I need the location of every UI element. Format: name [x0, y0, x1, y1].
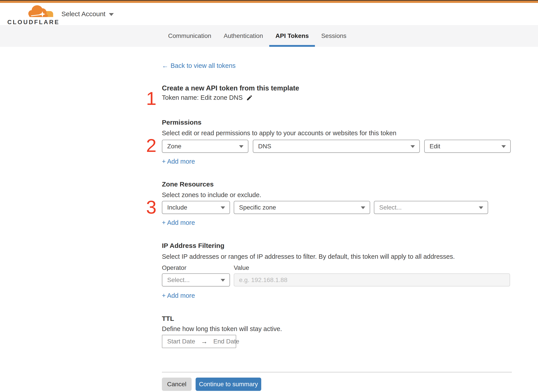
chevron-down-icon — [109, 13, 114, 16]
tab-authentication-label: Authentication — [224, 32, 263, 39]
zone-type-select[interactable]: Specific zone — [234, 201, 370, 214]
back-link-label: Back to view all tokens — [171, 62, 235, 69]
step-number-3: 3 — [145, 198, 158, 216]
main-content: ←Back to view all tokens 1 2 3 Create a … — [162, 47, 512, 392]
continue-to-summary-button[interactable]: Continue to summary — [196, 378, 261, 391]
permissions-heading: Permissions — [162, 119, 201, 126]
permissions-row: Zone DNS Edit — [162, 140, 511, 153]
permission-access-value: Edit — [430, 143, 440, 150]
account-selector-label: Select Account — [61, 10, 105, 18]
tab-authentication[interactable]: Authentication — [218, 25, 269, 47]
ttl-date-range-picker[interactable]: Start Date → End Date — [162, 335, 236, 348]
chevron-down-icon — [221, 206, 225, 209]
ttl-description: Define how long this token will stay act… — [162, 325, 282, 333]
step-number-2: 2 — [145, 136, 158, 155]
ip-operator-placeholder: Select... — [167, 276, 190, 284]
edit-pencil-icon[interactable] — [246, 94, 253, 101]
permissions-description: Select edit or read permissions to apply… — [162, 130, 396, 137]
tab-communication[interactable]: Communication — [162, 25, 218, 47]
chevron-down-icon — [239, 145, 243, 148]
zone-resources-add-more-link[interactable]: + Add more — [162, 219, 195, 226]
tab-api-tokens-label: API Tokens — [276, 32, 309, 39]
tab-api-tokens[interactable]: API Tokens — [269, 25, 315, 47]
chevron-down-icon — [221, 279, 225, 282]
zone-resources-description: Select zones to include or exclude. — [162, 191, 261, 199]
tab-sessions-label: Sessions — [321, 32, 346, 39]
permission-scope-select[interactable]: Zone — [162, 140, 248, 153]
tabs: Communication Authentication API Tokens … — [162, 25, 353, 47]
account-selector-dropdown[interactable]: Select Account — [61, 3, 114, 25]
permissions-add-more-link[interactable]: + Add more — [162, 158, 195, 165]
back-arrow-icon: ← — [162, 62, 168, 69]
cloudflare-wordmark: CLOUDFLARE — [7, 19, 60, 26]
ip-filtering-description: Select IP addresses or ranges of IP addr… — [162, 253, 455, 260]
permission-access-select[interactable]: Edit — [424, 140, 511, 153]
zone-type-value: Specific zone — [239, 204, 276, 211]
ip-value-input — [234, 273, 510, 286]
ttl-start-date-label: Start Date — [167, 338, 195, 345]
ttl-end-date-label: End Date — [213, 338, 239, 345]
back-to-tokens-link[interactable]: ←Back to view all tokens — [162, 62, 235, 69]
chevron-down-icon — [479, 206, 483, 209]
cloudflare-cloud-icon — [27, 5, 55, 19]
permission-resource-select[interactable]: DNS — [253, 140, 420, 153]
tab-strip: Communication Authentication API Tokens … — [0, 25, 538, 47]
footer-divider — [162, 372, 512, 373]
token-name-row: Token name: Edit zone DNS — [162, 94, 253, 101]
chevron-down-icon — [501, 145, 506, 148]
zone-resources-row: Include Specific zone Select... — [162, 201, 488, 214]
zone-mode-select[interactable]: Include — [162, 201, 230, 214]
cancel-button[interactable]: Cancel — [162, 378, 192, 391]
ttl-heading: TTL — [162, 315, 174, 322]
zone-picker-select[interactable]: Select... — [374, 201, 488, 214]
zone-resources-heading: Zone Resources — [162, 181, 214, 188]
cloudflare-logo: CLOUDFLARE — [7, 4, 51, 25]
header: CLOUDFLARE Select Account — [0, 3, 538, 25]
token-name-text: Token name: Edit zone DNS — [162, 94, 243, 101]
active-tab-underline — [269, 45, 315, 47]
template-heading: Create a new API token from this templat… — [162, 84, 299, 92]
chevron-down-icon — [361, 206, 365, 209]
tab-sessions[interactable]: Sessions — [315, 25, 353, 47]
ip-filtering-row: Select... — [162, 273, 510, 286]
operator-label: Operator — [162, 264, 187, 271]
footer-buttons: Cancel Continue to summary — [162, 378, 261, 391]
ip-filtering-heading: IP Address Filtering — [162, 242, 225, 249]
zone-mode-value: Include — [167, 204, 187, 211]
zone-picker-placeholder: Select... — [379, 204, 402, 211]
arrow-right-icon: → — [201, 338, 208, 345]
step-number-1: 1 — [145, 89, 158, 108]
ip-operator-select[interactable]: Select... — [162, 273, 230, 286]
chevron-down-icon — [411, 145, 415, 148]
tab-communication-label: Communication — [168, 32, 211, 39]
permission-scope-value: Zone — [167, 143, 181, 150]
ip-filtering-add-more-link[interactable]: + Add more — [162, 292, 195, 299]
top-brand-bar — [0, 0, 538, 3]
permission-resource-value: DNS — [258, 143, 271, 150]
value-label: Value — [234, 264, 249, 271]
